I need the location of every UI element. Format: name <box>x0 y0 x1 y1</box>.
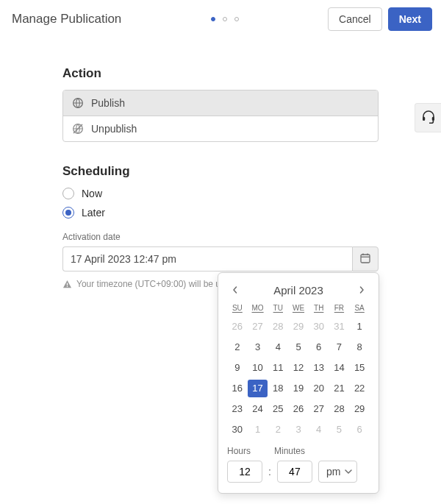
calendar-day[interactable]: 6 <box>309 338 329 356</box>
calendar-day[interactable]: 9 <box>227 359 248 377</box>
calendar-day[interactable]: 4 <box>268 338 288 356</box>
calendar-day[interactable]: 28 <box>268 318 288 336</box>
calendar-toggle-button[interactable] <box>352 246 379 271</box>
calendar-day[interactable]: 2 <box>268 421 288 439</box>
svg-rect-9 <box>423 117 425 121</box>
activation-date-field <box>62 246 379 271</box>
step-dot-1 <box>211 17 215 21</box>
minutes-label: Minutes <box>274 446 305 456</box>
calendar-day[interactable]: 17 <box>248 380 268 397</box>
step-dot-3 <box>234 17 239 21</box>
prev-month-button[interactable] <box>229 283 242 297</box>
warning-icon <box>62 280 72 289</box>
calendar-day[interactable]: 27 <box>309 400 329 418</box>
calendar-day[interactable]: 31 <box>329 318 350 336</box>
calendar-dow: TH <box>309 304 329 315</box>
calendar-day[interactable]: 29 <box>288 318 309 336</box>
calendar-day[interactable]: 26 <box>227 318 248 336</box>
calendar-day[interactable]: 30 <box>227 421 248 439</box>
action-publish[interactable]: Publish <box>63 90 378 116</box>
calendar-dow: WE <box>288 304 309 315</box>
calendar-day[interactable]: 19 <box>288 380 309 397</box>
calendar-day[interactable]: 5 <box>329 421 350 439</box>
calendar-day[interactable]: 30 <box>309 318 329 336</box>
support-tab[interactable] <box>415 103 441 132</box>
radio-now[interactable] <box>62 188 74 199</box>
minutes-input[interactable] <box>277 461 312 483</box>
calendar-day[interactable]: 24 <box>248 400 268 418</box>
svg-rect-3 <box>361 255 370 263</box>
action-unpublish[interactable]: Unpublish <box>63 116 378 141</box>
schedule-now-label: Now <box>82 188 102 199</box>
calendar-day[interactable]: 1 <box>248 421 268 439</box>
date-picker: April 2023 SUMOTUWETHFRSA262728293031123… <box>218 272 379 494</box>
activation-date-input[interactable] <box>62 246 352 271</box>
calendar-day[interactable]: 18 <box>268 380 288 397</box>
calendar-dow: TU <box>268 304 288 315</box>
cancel-button[interactable]: Cancel <box>328 7 382 31</box>
calendar-icon <box>359 252 371 266</box>
header-buttons: Cancel Next <box>328 7 432 31</box>
calendar-day[interactable]: 4 <box>309 421 329 439</box>
page-title: Manage Publication <box>12 12 121 26</box>
calendar-day[interactable]: 29 <box>349 400 370 418</box>
hours-label: Hours <box>227 446 251 456</box>
action-section-title: Action <box>62 66 370 81</box>
calendar-day[interactable]: 11 <box>268 359 288 377</box>
calendar-day[interactable]: 22 <box>349 380 370 397</box>
hours-input[interactable] <box>227 461 262 483</box>
schedule-now-option[interactable]: Now <box>62 188 370 199</box>
time-separator: : <box>268 466 271 478</box>
calendar-day[interactable]: 6 <box>349 421 370 439</box>
activation-date-label: Activation date <box>62 232 370 242</box>
calendar-day[interactable]: 26 <box>288 400 309 418</box>
action-unpublish-label: Unpublish <box>91 123 137 135</box>
calendar-month-label: April 2023 <box>273 284 323 297</box>
calendar-day[interactable]: 3 <box>248 338 268 356</box>
calendar-day[interactable]: 3 <box>288 421 309 439</box>
ampm-value: pm <box>326 466 340 478</box>
calendar-dow: MO <box>248 304 268 315</box>
chevron-down-icon <box>345 468 352 475</box>
calendar-day[interactable]: 5 <box>288 338 309 356</box>
calendar-day[interactable]: 27 <box>248 318 268 336</box>
calendar-day[interactable]: 13 <box>309 359 329 377</box>
scheduling-section-title: Scheduling <box>62 164 370 179</box>
calendar-day[interactable]: 2 <box>227 338 248 356</box>
calendar-dow: SU <box>227 304 248 315</box>
svg-rect-10 <box>431 117 434 121</box>
calendar-day[interactable]: 12 <box>288 359 309 377</box>
calendar-day[interactable]: 14 <box>329 359 350 377</box>
next-month-button[interactable] <box>355 283 368 297</box>
wizard-header: Manage Publication Cancel Next <box>0 0 441 44</box>
calendar-day[interactable]: 1 <box>349 318 370 336</box>
calendar-day[interactable]: 15 <box>349 359 370 377</box>
step-dot-2 <box>223 17 227 21</box>
calendar-day[interactable]: 8 <box>349 338 370 356</box>
calendar-day[interactable]: 16 <box>227 380 248 397</box>
schedule-later-label: Later <box>82 207 105 219</box>
timezone-note-text: Your timezone (UTC+09:00) will be used <box>76 279 234 289</box>
headset-icon <box>421 110 436 127</box>
calendar-grid: SUMOTUWETHFRSA26272829303112345678910111… <box>227 304 370 439</box>
action-publish-label: Publish <box>91 97 125 109</box>
ampm-select[interactable]: pm <box>318 461 357 483</box>
svg-rect-7 <box>67 283 68 285</box>
calendar-dow: SA <box>349 304 370 315</box>
calendar-dow: FR <box>329 304 350 315</box>
calendar-day[interactable]: 25 <box>268 400 288 418</box>
svg-rect-8 <box>67 285 68 286</box>
globe-slash-icon <box>72 123 84 135</box>
step-indicator <box>121 17 328 21</box>
calendar-day[interactable]: 7 <box>329 338 350 356</box>
calendar-day[interactable]: 28 <box>329 400 350 418</box>
schedule-later-option[interactable]: Later <box>62 207 370 219</box>
action-list: Publish Unpublish <box>62 90 379 142</box>
radio-later[interactable] <box>62 207 74 219</box>
calendar-day[interactable]: 23 <box>227 400 248 418</box>
calendar-day[interactable]: 21 <box>329 380 350 397</box>
calendar-day[interactable]: 20 <box>309 380 329 397</box>
globe-icon <box>72 97 84 109</box>
calendar-day[interactable]: 10 <box>248 359 268 377</box>
next-button[interactable]: Next <box>388 7 432 31</box>
